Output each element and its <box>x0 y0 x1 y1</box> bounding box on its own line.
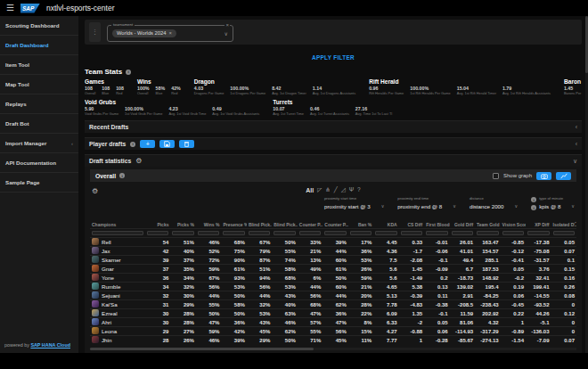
sidebar-item-replays[interactable]: Replays <box>0 94 78 114</box>
sidebar-item-sample-page[interactable]: Sample Page <box>0 173 78 193</box>
column-filter-input[interactable] <box>299 231 321 235</box>
column-header-counter-p[interactable]: Counter P... <box>323 221 347 229</box>
column-header-wins[interactable]: Wins % <box>196 221 221 229</box>
column-header-blind-pick[interactable]: Blind Pick... <box>272 221 297 229</box>
role-unknown-icon[interactable]: ? <box>357 186 361 193</box>
sidebar-item-draft-dashboard[interactable]: Draft Dashboard <box>0 36 78 55</box>
save-icon <box>164 141 170 147</box>
column-filter-input[interactable] <box>401 231 422 235</box>
column-header-kda[interactable]: KDA <box>373 221 398 229</box>
apply-filter-button[interactable]: APPLY FILTER <box>312 54 355 61</box>
screenshot-button[interactable] <box>536 172 551 180</box>
recent-drafts-section[interactable]: Recent Drafts ‹ <box>85 120 582 133</box>
column-filter-input[interactable] <box>375 231 396 235</box>
table-row[interactable]: Jax4240%52%75%79%55%21%44%36%4.36-1.7-0.… <box>90 247 576 256</box>
role-top-icon[interactable]: ◸ <box>317 186 322 193</box>
table-row[interactable]: Ezreal3028%50%50%53%63%47%36%22%6.091.35… <box>90 309 576 318</box>
info-icon[interactable]: i <box>531 205 536 210</box>
select-type-of-minute[interactable]: type of minutekpis @ 8∨ <box>539 196 575 210</box>
column-filter-input[interactable] <box>502 231 524 235</box>
column-filter-input[interactable] <box>426 231 447 235</box>
info-icon[interactable]: i <box>126 70 131 75</box>
column-header-gold-diff[interactable]: Gold Diff <box>450 221 475 229</box>
save-draft-button[interactable] <box>159 140 175 148</box>
filter-drag-handle[interactable]: ⋮ <box>89 22 101 42</box>
column-header-blind-pick[interactable]: Blind Pick... <box>247 221 272 229</box>
column-filter-input[interactable] <box>172 231 193 235</box>
table-row[interactable]: Jhin2826%46%39%29%50%71%45%11%7.771-0.28… <box>90 336 576 345</box>
column-header-picks[interactable]: Picks <box>145 221 170 229</box>
delete-draft-button[interactable] <box>179 140 194 148</box>
sidebar-item-api-documentation[interactable]: API Documentation <box>0 153 78 173</box>
column-header-counter-p[interactable]: Counter P... <box>298 221 323 229</box>
table-row[interactable]: Kai'Sa3129%55%58%32%40%68%62%28%7.78-4.8… <box>90 300 576 309</box>
sidebar-item-item-tool[interactable]: Item Tool <box>0 55 78 75</box>
draft-statistics-section[interactable]: Draft statistics ⚙ ∨ <box>85 154 582 167</box>
column-filter-input[interactable] <box>527 231 549 235</box>
sidebar-item-map-tool[interactable]: Map Tool <box>0 75 78 94</box>
player-drafts-section[interactable]: Player drafts i + ‹ <box>85 137 582 150</box>
tournament-multiselect[interactable]: tournament Worlds - Worlds 2024 × ∨ × <box>107 25 233 42</box>
column-filter-input[interactable] <box>477 231 498 235</box>
column-header-ban[interactable]: Ban % <box>348 221 373 229</box>
chevron-collapse-icon[interactable]: ‹ <box>576 141 577 147</box>
column-filter-input[interactable] <box>249 231 270 235</box>
info-icon[interactable]: i <box>119 173 125 178</box>
role-jungle-icon[interactable]: ⋔ <box>325 186 330 193</box>
column-header-picks[interactable]: Picks % <box>170 221 195 229</box>
role-mid-icon[interactable]: ╱ <box>334 186 338 193</box>
select-proximity-end-time[interactable]: proximity end timeproximity end @ 8∨ <box>397 196 456 209</box>
column-filter-input[interactable] <box>274 231 295 235</box>
column-filter-input[interactable] <box>324 231 346 235</box>
dropdown-caret-icon[interactable]: ∨ <box>225 30 228 37</box>
sap-hana-cloud-link[interactable]: SAP HANA Cloud <box>30 342 70 348</box>
column-header-team-gold-diff[interactable]: Team Gold Diff <box>475 221 500 229</box>
chip-remove-icon[interactable]: × <box>169 30 172 36</box>
column-filter-input[interactable] <box>147 231 168 235</box>
column-filter-input[interactable] <box>553 231 576 235</box>
table-row[interactable]: Ahri3028%47%36%43%46%57%47%8%6.33-20.058… <box>90 318 576 327</box>
table-row[interactable]: Skarner3937%72%90%87%74%13%60%53%7.5-2.0… <box>90 256 576 265</box>
info-icon[interactable]: i <box>130 142 135 147</box>
column-header-cs-diff[interactable]: CS Diff <box>399 221 424 229</box>
column-header-champions[interactable]: Champions <box>90 221 145 229</box>
role-support-icon[interactable]: Ψ <box>349 186 354 193</box>
table-row[interactable]: Rell5451%46%68%67%50%33%39%17%4.450.33-0… <box>90 238 576 247</box>
clear-filter-icon[interactable]: × <box>225 22 230 28</box>
role-bot-icon[interactable]: ◿ <box>341 186 346 193</box>
info-icon[interactable]: i <box>531 197 536 202</box>
column-filter-input[interactable] <box>350 231 372 235</box>
stat-cell: -0.45 <box>501 300 526 309</box>
select-distance[interactable]: distancedistance 2000∨ <box>470 196 518 209</box>
table-row[interactable]: Gnar3735%59%61%51%58%49%61%26%5.61.45-0.… <box>90 265 576 274</box>
column-header-xp-diff[interactable]: XP Diff <box>526 221 551 229</box>
sidebar-item-import-manager[interactable]: Import Manager‹ <box>0 134 78 153</box>
export-graph-button[interactable] <box>556 172 571 180</box>
table-row[interactable]: Yone3634%67%93%94%68%6%50%59%5.6-1.490.2… <box>90 274 576 283</box>
column-filter-input[interactable] <box>223 231 244 235</box>
champion-name: Jhin <box>102 337 111 343</box>
column-filter-input[interactable] <box>92 231 143 235</box>
gear-icon[interactable]: ⚙ <box>135 158 142 165</box>
select-proximity-start-time[interactable]: proximity start timeproximity start @ 3∨ <box>324 196 384 209</box>
horizontal-scrollbar[interactable] <box>90 348 576 350</box>
sidebar-item-scouting-dashboard[interactable]: Scouting Dashboard <box>0 16 78 36</box>
table-row[interactable]: Leona2927%59%42%45%62%55%56%15%4.27-0.88… <box>90 327 576 336</box>
tournament-chip[interactable]: Worlds - Worlds 2024 × <box>112 29 176 37</box>
hamburger-menu-icon[interactable]: ☰ <box>6 4 14 12</box>
table-row[interactable]: Sejuani3230%44%50%44%43%56%44%20%5.13-0.… <box>90 291 576 300</box>
show-graph-checkbox[interactable] <box>493 173 499 179</box>
chevron-expanded-icon[interactable]: ∨ <box>573 158 577 165</box>
sidebar-item-draft-bot[interactable]: Draft Bot <box>0 114 78 134</box>
column-header-vision-score-diff[interactable]: Vision Score Diff <box>501 221 526 229</box>
column-filter-input[interactable] <box>198 231 219 235</box>
role-filter-all-label[interactable]: All <box>306 187 314 193</box>
table-settings-gear-icon[interactable]: ⚙ <box>92 188 98 195</box>
column-header-first-bloods-diff[interactable]: First Bloods Diff <box>424 221 449 229</box>
table-row[interactable]: Rumble3432%56%53%56%53%44%60%21%4.655.38… <box>90 283 576 291</box>
column-filter-input[interactable] <box>452 231 473 235</box>
chevron-collapse-icon[interactable]: ‹ <box>576 124 577 130</box>
column-header-presence[interactable]: Presence % <box>221 221 246 229</box>
horizontal-scrollbar-thumb[interactable] <box>90 348 314 350</box>
add-draft-button[interactable]: + <box>140 140 155 148</box>
